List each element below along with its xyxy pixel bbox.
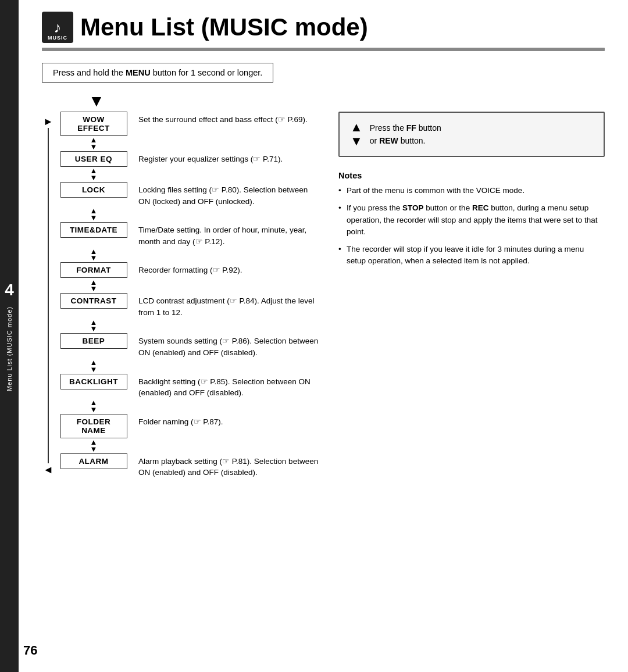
flow-desc-user-eq: Register your equalizer settings (☞ P.71… bbox=[131, 151, 321, 165]
note-item-2: If you press the STOP button or the REC … bbox=[338, 202, 605, 238]
down-arrow-icon: ▼ bbox=[90, 144, 98, 151]
flow-desc-folder-name: Folder naming (☞ P.87). bbox=[131, 414, 321, 428]
note-1-text: Part of the menu is common with the VOIC… bbox=[347, 186, 524, 195]
connector-5: ▲ ▼ bbox=[56, 318, 321, 333]
flow-row-contrast: CONTRAST LCD contrast adjustment (☞ P.84… bbox=[56, 293, 321, 318]
notes-section: Notes Part of the menu is common with th… bbox=[338, 171, 605, 267]
ff-rew-arrows-icon: ▲ ▼ bbox=[350, 121, 363, 148]
right-arrow-bottom: ◄ bbox=[43, 464, 53, 475]
flow-row-wow-effect: WOW EFFECT Set the surround effect and b… bbox=[56, 112, 321, 136]
flow-desc-contrast: LCD contrast adjustment (☞ P.84). Adjust… bbox=[131, 293, 321, 318]
connector-7: ▲ ▼ bbox=[56, 399, 321, 414]
note-2-stop-bold: STOP bbox=[402, 203, 424, 212]
flow-row-format: FORMAT Recorder formatting (☞ P.92). bbox=[56, 262, 321, 278]
flow-desc-backlight: Backlight setting (☞ P.85). Selection be… bbox=[131, 374, 321, 399]
flow-box-wow-effect: WOW EFFECT bbox=[60, 112, 127, 136]
connector-1: ▲ ▼ bbox=[56, 167, 321, 182]
flow-box-contrast: CONTRAST bbox=[60, 293, 127, 309]
connector-0: ▲ ▼ bbox=[56, 136, 321, 151]
flowchart-area: ► ◄ WOW EFFECT Set the surround effect a… bbox=[42, 112, 321, 478]
intro-down-arrow: ▼ bbox=[88, 93, 605, 109]
header-divider bbox=[42, 48, 605, 51]
intro-box: Press and hold the MENU button for 1 sec… bbox=[42, 63, 273, 83]
up-arrow-icon: ▲ bbox=[350, 121, 363, 134]
connector-2: ▲ ▼ bbox=[56, 207, 321, 222]
intro-text-suffix: button for 1 second or longer. bbox=[151, 68, 263, 77]
down-arrow-icon: ▼ bbox=[90, 326, 98, 333]
flow-desc-lock: Locking files setting (☞ P.80). Selectio… bbox=[131, 182, 321, 207]
flow-row-backlight: BACKLIGHT Backlight setting (☞ P.85). Se… bbox=[56, 374, 321, 399]
ff-rew-box: ▲ ▼ Press the FF button or REW button. bbox=[338, 112, 605, 157]
flow-row-timedate: TIME&DATE Time/Date setting. In order of… bbox=[56, 222, 321, 247]
ff-rew-prefix: Press the bbox=[370, 123, 406, 133]
right-area: ▲ ▼ Press the FF button or REW button. N… bbox=[338, 112, 605, 478]
flow-desc-beep: System sounds setting (☞ P.86). Selectio… bbox=[131, 333, 321, 358]
flow-box-lock: LOCK bbox=[60, 182, 127, 198]
flow-desc-alarm: Alarm playback setting (☞ P.81). Selecti… bbox=[131, 453, 321, 478]
down-arrow-icon: ▼ bbox=[90, 366, 98, 373]
page-container: 4 Menu List (MUSIC mode) ♪ MUSIC Menu Li… bbox=[0, 0, 628, 672]
connector-3: ▲ ▼ bbox=[56, 247, 321, 262]
note-2-prefix: If you press the bbox=[347, 203, 402, 212]
flow-box-timedate: TIME&DATE bbox=[60, 222, 127, 238]
flow-row-alarm: ALARM Alarm playback setting (☞ P.81). S… bbox=[56, 453, 321, 478]
connector-8: ▲ ▼ bbox=[56, 438, 321, 453]
flow-box-backlight: BACKLIGHT bbox=[60, 374, 127, 389]
flow-desc-format: Recorder formatting (☞ P.92). bbox=[131, 262, 321, 276]
page-header: ♪ MUSIC Menu List (MUSIC mode) bbox=[42, 12, 605, 43]
down-arrow-icon: ▼ bbox=[90, 406, 98, 413]
down-arrow-icon: ▼ bbox=[90, 255, 98, 262]
ff-rew-mid2: button. bbox=[398, 136, 426, 145]
flow-desc-wow-effect: Set the surround effect and bass effect … bbox=[131, 112, 321, 126]
flow-box-folder-name: FOLDER NAME bbox=[60, 414, 127, 438]
connector-6: ▲ ▼ bbox=[56, 359, 321, 374]
intro-text-prefix: Press and hold the bbox=[53, 68, 126, 77]
flow-row-beep: BEEP System sounds setting (☞ P.86). Sel… bbox=[56, 333, 321, 358]
note-2-rec-bold: REC bbox=[472, 203, 489, 212]
main-content: ♪ MUSIC Menu List (MUSIC mode) Press and… bbox=[19, 0, 628, 672]
ff-rew-text: Press the FF button or REW button. bbox=[370, 121, 441, 148]
flow-box-format: FORMAT bbox=[60, 262, 127, 278]
flow-box-alarm: ALARM bbox=[60, 453, 127, 469]
page-number: 76 bbox=[23, 643, 37, 658]
down-arrow-icon: ▼ bbox=[90, 285, 98, 292]
flow-row-user-eq: USER EQ Register your equalizer settings… bbox=[56, 151, 321, 167]
down-arrow-icon: ▼ bbox=[90, 446, 98, 453]
flow-desc-timedate: Time/Date setting. In order of hour, min… bbox=[131, 222, 321, 247]
sidebar-number: 4 bbox=[5, 281, 14, 299]
notes-list: Part of the menu is common with the VOIC… bbox=[338, 185, 605, 267]
down-arrow-icon: ▼ bbox=[90, 215, 98, 221]
body-layout: ► ◄ WOW EFFECT Set the surround effect a… bbox=[42, 112, 605, 478]
note-item-3: The recorder will stop if you leave it i… bbox=[338, 244, 605, 267]
down-arrow-icon: ▼ bbox=[350, 135, 363, 148]
ff-rew-mid1: button bbox=[416, 123, 441, 133]
flow-row-lock: LOCK Locking files setting (☞ P.80). Sel… bbox=[56, 182, 321, 207]
sidebar: 4 Menu List (MUSIC mode) bbox=[0, 0, 19, 672]
ff-label: FF bbox=[406, 123, 416, 133]
sidebar-label: Menu List (MUSIC mode) bbox=[6, 306, 13, 391]
music-icon-label: MUSIC bbox=[42, 35, 73, 41]
connector-4: ▲ ▼ bbox=[56, 278, 321, 293]
note-3-text: The recorder will stop if you leave it i… bbox=[347, 245, 584, 265]
down-arrow-icon: ▼ bbox=[90, 174, 98, 181]
page-title: Menu List (MUSIC mode) bbox=[80, 13, 368, 41]
note-2-mid: button or the bbox=[424, 203, 472, 212]
menu-bold: MENU bbox=[126, 68, 151, 77]
notes-title: Notes bbox=[338, 171, 605, 180]
flow-box-user-eq: USER EQ bbox=[60, 151, 127, 167]
flow-row-folder-name: FOLDER NAME Folder naming (☞ P.87). bbox=[56, 414, 321, 438]
music-note-icon: ♪ bbox=[54, 19, 62, 37]
music-icon: ♪ MUSIC bbox=[42, 12, 73, 43]
right-arrow-top: ► bbox=[43, 116, 53, 127]
loop-side-bar: ► ◄ bbox=[42, 112, 55, 478]
down-arrow-icon: ▼ bbox=[88, 93, 105, 109]
flow-box-beep: BEEP bbox=[60, 333, 127, 349]
flow-items-container: WOW EFFECT Set the surround effect and b… bbox=[56, 112, 321, 478]
rew-label: REW bbox=[379, 136, 398, 145]
ff-rew-or: or bbox=[370, 136, 379, 145]
note-item-1: Part of the menu is common with the VOIC… bbox=[338, 185, 605, 196]
